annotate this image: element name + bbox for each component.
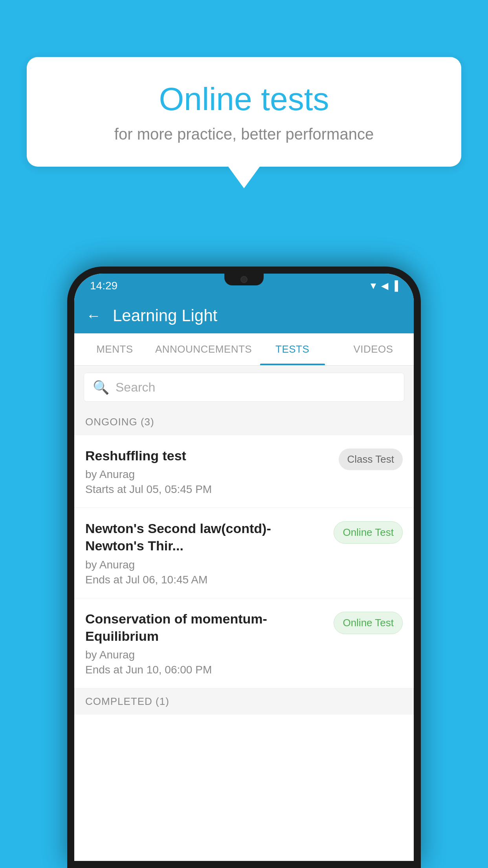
phone-screen: 14:29 ▼ ◀ ▐ ← Learning Light MENTS ANNOU… xyxy=(74,274,414,861)
test-info: Newton's Second law(contd)-Newton's Thir… xyxy=(85,520,334,586)
speech-bubble: Online tests for more practice, better p… xyxy=(27,57,461,167)
tabs-bar: MENTS ANNOUNCEMENTS TESTS VIDEOS xyxy=(74,333,414,366)
tab-tests[interactable]: TESTS xyxy=(252,333,333,365)
status-icons: ▼ ◀ ▐ xyxy=(369,280,398,291)
test-item[interactable]: Newton's Second law(contd)-Newton's Thir… xyxy=(74,508,414,598)
test-date: Ends at Jun 10, 06:00 PM xyxy=(85,664,326,676)
app-title: Learning Light xyxy=(113,306,217,325)
notch xyxy=(224,274,264,285)
battery-icon: ▐ xyxy=(391,280,398,291)
test-name: Newton's Second law(contd)-Newton's Thir… xyxy=(85,520,326,554)
list-content: ONGOING (3) Reshuffling test by Anurag S… xyxy=(74,409,414,861)
test-date: Ends at Jul 06, 10:45 AM xyxy=(85,574,326,586)
test-author: by Anurag xyxy=(85,559,326,571)
completed-section-header: COMPLETED (1) xyxy=(74,688,414,715)
camera-icon xyxy=(240,276,248,283)
tab-videos[interactable]: VIDEOS xyxy=(333,333,414,365)
search-input[interactable]: Search xyxy=(116,380,155,395)
test-date: Starts at Jul 05, 05:45 PM xyxy=(85,483,331,496)
search-container: 🔍 Search xyxy=(74,366,414,409)
test-info: Reshuffling test by Anurag Starts at Jul… xyxy=(85,447,339,496)
speech-bubble-title: Online tests xyxy=(58,81,430,118)
class-test-badge: Class Test xyxy=(339,449,403,470)
test-author: by Anurag xyxy=(85,649,326,661)
search-icon: 🔍 xyxy=(93,379,109,395)
test-name: Conservation of momentum-Equilibrium xyxy=(85,610,326,645)
test-item[interactable]: Conservation of momentum-Equilibrium by … xyxy=(74,598,414,688)
online-test-badge: Online Test xyxy=(334,521,403,544)
phone-frame: 14:29 ▼ ◀ ▐ ← Learning Light MENTS ANNOU… xyxy=(67,267,421,868)
speech-bubble-container: Online tests for more practice, better p… xyxy=(27,57,461,188)
tab-announcements[interactable]: ANNOUNCEMENTS xyxy=(155,333,252,365)
test-author: by Anurag xyxy=(85,468,331,481)
search-bar[interactable]: 🔍 Search xyxy=(84,373,404,402)
speech-bubble-subtitle: for more practice, better performance xyxy=(58,125,430,143)
status-time: 14:29 xyxy=(90,280,117,292)
test-item[interactable]: Reshuffling test by Anurag Starts at Jul… xyxy=(74,435,414,508)
back-button[interactable]: ← xyxy=(86,307,101,324)
tab-ments[interactable]: MENTS xyxy=(74,333,155,365)
speech-bubble-tail xyxy=(228,167,260,188)
signal-icon: ◀ xyxy=(381,280,388,291)
ongoing-section-header: ONGOING (3) xyxy=(74,409,414,435)
wifi-icon: ▼ xyxy=(369,280,378,291)
test-info: Conservation of momentum-Equilibrium by … xyxy=(85,610,334,676)
online-test-badge: Online Test xyxy=(334,612,403,634)
app-header: ← Learning Light xyxy=(74,298,414,333)
test-name: Reshuffling test xyxy=(85,447,331,464)
